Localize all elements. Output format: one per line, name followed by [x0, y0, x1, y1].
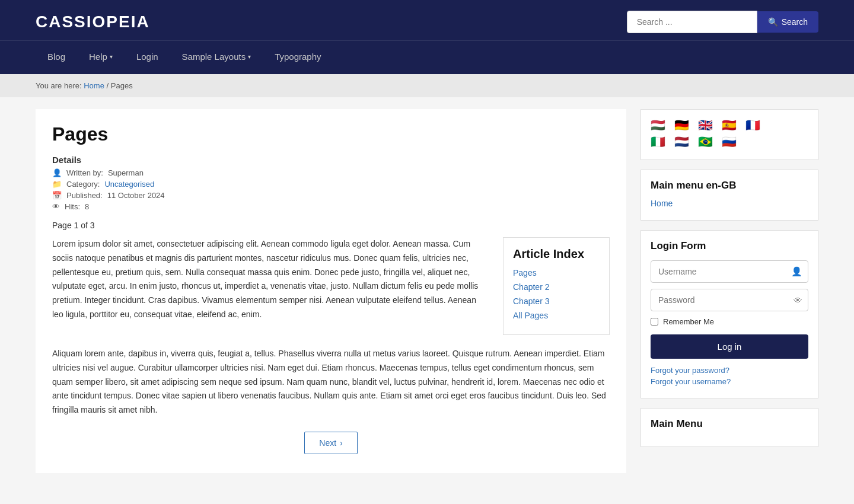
- article-index-heading: Article Index: [513, 247, 600, 261]
- forgot-username-link[interactable]: Forgot your username?: [651, 377, 808, 386]
- site-logo: CASSIOPEIA: [36, 12, 150, 31]
- login-form-heading: Login Form: [651, 240, 808, 252]
- remember-me-checkbox[interactable]: [651, 318, 658, 326]
- next-chevron-icon: ›: [340, 438, 343, 448]
- main-menu-en-module: Main menu en-GB Home: [640, 170, 818, 221]
- nav-login[interactable]: Login: [125, 41, 170, 74]
- flag-de[interactable]: 🇩🇪: [674, 118, 692, 130]
- login-button[interactable]: Log in: [651, 334, 808, 359]
- nav-typography[interactable]: Typography: [263, 41, 333, 74]
- remember-me-label: Remember Me: [663, 317, 714, 326]
- hits-value: 8: [85, 202, 89, 211]
- breadcrumb-separator: /: [107, 81, 111, 90]
- category-label: Category:: [66, 180, 100, 189]
- password-input[interactable]: [651, 289, 808, 311]
- username-input[interactable]: [651, 260, 808, 283]
- search-button-label: Search: [782, 17, 808, 27]
- written-by-label: Written by:: [66, 168, 103, 177]
- nav-blog[interactable]: Blog: [36, 41, 77, 74]
- page-indicator: Page 1 of 3: [52, 221, 610, 230]
- article-index-chapter2[interactable]: Chapter 2: [513, 282, 600, 292]
- article-paragraph-2: Aliquam lorem ante, dapibus in, viverra …: [52, 347, 610, 417]
- search-icon: 🔍: [768, 17, 778, 27]
- flag-fr[interactable]: 🇫🇷: [745, 118, 763, 130]
- nav-help-label: Help: [89, 52, 107, 62]
- flag-ru[interactable]: 🇷🇺: [722, 135, 740, 146]
- breadcrumb-home[interactable]: Home: [84, 81, 104, 90]
- article-paragraph-1: Lorem ipsum dolor sit amet, consectetuer…: [52, 237, 489, 322]
- forgot-password-link[interactable]: Forgot your password?: [651, 366, 808, 375]
- article-index-chapter3[interactable]: Chapter 3: [513, 296, 600, 306]
- user-icon: 👤: [791, 266, 802, 277]
- flag-br[interactable]: 🇧🇷: [698, 135, 716, 146]
- article-index-all-pages[interactable]: All Pages: [513, 311, 600, 320]
- folder-icon: 📁: [52, 180, 62, 189]
- flag-gb[interactable]: 🇬🇧: [698, 118, 716, 130]
- main-menu-heading: Main Menu: [651, 418, 808, 430]
- flag-hu[interactable]: 🇭🇺: [651, 118, 668, 130]
- nav-sample-layouts-label: Sample Layouts: [182, 52, 246, 62]
- person-icon: 👤: [52, 168, 62, 177]
- main-menu-module: Main Menu: [640, 408, 818, 447]
- search-button[interactable]: 🔍 Search: [757, 11, 818, 33]
- hits-label: Hits:: [65, 202, 80, 211]
- next-label: Next: [319, 438, 336, 448]
- nav-help[interactable]: Help ▾: [77, 41, 125, 74]
- details-heading: Details: [52, 155, 610, 165]
- published-label: Published:: [66, 191, 103, 200]
- next-button[interactable]: Next ›: [304, 432, 357, 454]
- flag-es[interactable]: 🇪🇸: [722, 118, 740, 130]
- nav-sample-layouts[interactable]: Sample Layouts ▾: [170, 41, 263, 74]
- chevron-down-icon-2: ▾: [248, 53, 251, 60]
- main-menu-en-heading: Main menu en-GB: [651, 180, 808, 192]
- main-menu-en-home[interactable]: Home: [651, 199, 808, 208]
- written-by-value: Superman: [108, 168, 144, 177]
- flags-module: 🇭🇺 🇩🇪 🇬🇧 🇪🇸 🇫🇷 🇮🇹 🇳🇱 🇧🇷 🇷🇺: [640, 109, 818, 160]
- article-index-pages[interactable]: Pages: [513, 268, 600, 277]
- search-input[interactable]: [627, 11, 757, 33]
- eye-toggle-icon[interactable]: 👁: [794, 295, 802, 305]
- page-title: Pages: [52, 123, 610, 145]
- published-date: 11 October 2024: [107, 191, 165, 200]
- calendar-icon: 📅: [52, 191, 62, 200]
- flag-it[interactable]: 🇮🇹: [651, 135, 668, 146]
- login-form-module: Login Form 👤 👁 Remember Me Log in Forgot…: [640, 230, 818, 398]
- category-link[interactable]: Uncategorised: [104, 180, 154, 189]
- flag-nl[interactable]: 🇳🇱: [674, 135, 692, 146]
- breadcrumb-prefix: You are here:: [36, 81, 82, 90]
- chevron-down-icon: ▾: [110, 53, 113, 60]
- breadcrumb-current: Pages: [111, 81, 133, 90]
- eye-icon: 👁: [52, 202, 60, 211]
